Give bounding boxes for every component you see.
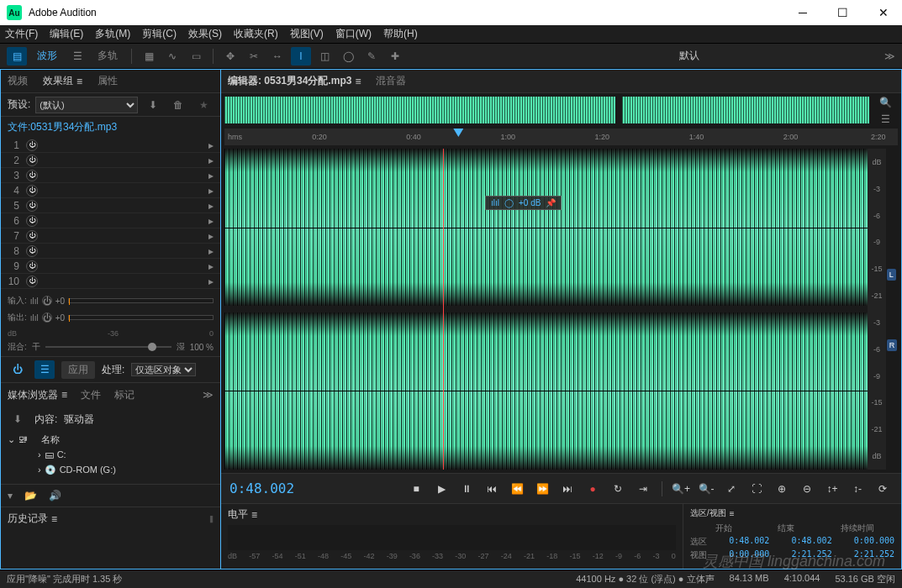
tab-history[interactable]: 历史记录 ≡ (8, 512, 57, 526)
workspace-dropdown[interactable]: 默认 (679, 49, 699, 63)
rack-slot-7[interactable]: 7⏻▸ (1, 228, 220, 244)
chevron-right-icon[interactable]: ▸ (208, 245, 214, 257)
brush-tool-icon[interactable]: ✎ (361, 47, 382, 66)
zoom-out-h-icon[interactable]: 🔍- (696, 479, 716, 499)
zoom-tool-icon[interactable]: 🔍 (879, 97, 892, 108)
menu-edit[interactable]: 编辑(E) (50, 27, 83, 41)
rack-slot-9[interactable]: 9⏻▸ (1, 259, 220, 274)
panel-overflow-icon[interactable]: ≫ (203, 389, 214, 401)
menu-window[interactable]: 窗口(W) (335, 27, 372, 41)
rewind-button[interactable]: ⏪ (507, 479, 527, 499)
content-value[interactable]: 驱动器 (64, 412, 94, 427)
waveform-display[interactable]: ılıl ◯ +0 dB 📌 (224, 149, 868, 470)
drive-c[interactable]: ›🖴C: (8, 447, 214, 462)
goto-end-button[interactable]: ⏭ (557, 479, 578, 499)
tab-files[interactable]: 文件 (81, 388, 101, 402)
rack-slot-10[interactable]: 10⏻▸ (1, 274, 220, 289)
delete-preset-icon[interactable]: 🗑 (168, 96, 188, 114)
tab-video[interactable]: 视频 (8, 74, 28, 88)
menu-effects[interactable]: 效果(S) (188, 27, 222, 41)
tab-levels[interactable]: 电平 ≡ (228, 507, 676, 522)
rack-slot-5[interactable]: 5⏻▸ (1, 198, 220, 213)
tab-effects-rack[interactable]: 效果组 ≡ (43, 74, 82, 88)
rack-slot-6[interactable]: 6⏻▸ (1, 213, 220, 228)
power-icon[interactable]: ⏻ (26, 230, 38, 242)
tab-properties[interactable]: 属性 (98, 74, 118, 88)
rack-slot-3[interactable]: 3⏻▸ (1, 168, 220, 183)
menu-help[interactable]: 帮助(H) (383, 27, 418, 41)
hud-pin-icon[interactable]: 📌 (546, 198, 556, 207)
preview-audio-icon[interactable]: 🔊 (49, 490, 61, 501)
skip-selection-button[interactable]: ⇥ (633, 479, 653, 499)
chevron-right-icon[interactable]: ▸ (208, 170, 214, 181)
timecode-display[interactable]: 0:48.002 (229, 480, 294, 496)
zoom-in-point-icon[interactable]: ⊕ (772, 479, 792, 499)
tab-markers[interactable]: 标记 (114, 388, 135, 402)
slip-tool-icon[interactable]: ↔ (267, 47, 287, 66)
apply-button[interactable]: 应用 (61, 361, 95, 379)
lasso-tool-icon[interactable]: ◯ (338, 47, 358, 66)
view-end[interactable]: 2:21.252 (778, 549, 831, 561)
power-icon[interactable]: ⏻ (26, 245, 38, 257)
chevron-right-icon[interactable]: ▸ (208, 139, 214, 151)
record-button[interactable]: ● (583, 479, 603, 499)
tab-mixer[interactable]: 混音器 (376, 74, 406, 88)
preview-icon[interactable]: ▭ (186, 47, 206, 66)
process-scope-dropdown[interactable]: 仅选区对象 (131, 363, 196, 376)
power-icon[interactable]: ⏻ (26, 276, 38, 287)
power-icon[interactable]: ⏻ (26, 215, 38, 227)
rack-slot-1[interactable]: 1⏻▸ (1, 138, 220, 153)
multitrack-view-button[interactable]: 多轨 (91, 49, 124, 63)
power-icon[interactable]: ⏻ (26, 139, 38, 151)
marquee-tool-icon[interactable]: ◫ (314, 47, 335, 66)
import-icon[interactable]: ⬇ (8, 410, 28, 428)
waveform-view-button[interactable]: 波形 (30, 49, 64, 63)
selection-start[interactable]: 0:48.002 (715, 536, 769, 548)
goto-start-button[interactable]: ⏮ (482, 479, 502, 499)
zoom-selection-icon[interactable]: ⛶ (746, 479, 767, 499)
maximize-button[interactable]: ☐ (831, 6, 855, 19)
spectral-pitch-icon[interactable]: ∿ (162, 47, 182, 66)
power-icon[interactable]: ⏻ (26, 260, 38, 272)
preset-dropdown[interactable]: (默认) (35, 97, 138, 113)
panel-menu-icon[interactable]: ≡ (76, 76, 82, 87)
history-collapse-icon[interactable]: ⦀ (209, 513, 214, 525)
selection-end[interactable]: 0:48.002 (778, 536, 831, 548)
power-icon[interactable]: ⏻ (26, 200, 38, 212)
forward-button[interactable]: ⏩ (532, 479, 552, 499)
chevron-right-icon[interactable]: ▸ (208, 155, 214, 166)
save-preset-icon[interactable]: ⬇ (143, 96, 163, 114)
waveform-overview[interactable] (224, 97, 869, 123)
filter-icon[interactable]: ▾ (8, 490, 13, 501)
mix-slider[interactable] (45, 346, 171, 348)
tab-media-browser[interactable]: 媒体浏览器 ≡ (8, 388, 67, 402)
multitrack-view-icon[interactable]: ☰ (67, 47, 87, 66)
rack-slot-8[interactable]: 8⏻▸ (1, 244, 220, 259)
chevron-right-icon[interactable]: ▸ (208, 215, 214, 227)
playhead-icon[interactable] (453, 129, 463, 137)
close-button[interactable]: ✕ (872, 6, 895, 19)
chevron-right-icon[interactable]: ▸ (208, 260, 214, 272)
tree-toggle-icon[interactable]: ⌄ (8, 434, 15, 445)
workspace-overflow-icon[interactable]: ≫ (884, 50, 895, 62)
zoom-full-icon[interactable]: ⤢ (721, 479, 741, 499)
input-gain-value[interactable]: +0 (55, 297, 65, 306)
menu-file[interactable]: 文件(F) (5, 27, 38, 41)
name-column-header[interactable]: 名称 (41, 433, 60, 446)
menu-view[interactable]: 视图(V) (290, 27, 324, 41)
zoom-out-point-icon[interactable]: ⊖ (797, 479, 817, 499)
rack-slot-2[interactable]: 2⏻▸ (1, 153, 220, 168)
menu-multitrack[interactable]: 多轨(M) (95, 27, 130, 41)
list-view-icon[interactable]: ☰ (34, 360, 55, 379)
favorite-icon[interactable]: ★ (193, 96, 214, 114)
hud-gain-value[interactable]: +0 dB (519, 198, 541, 207)
chevron-right-icon[interactable]: ▸ (208, 185, 214, 197)
menu-favorites[interactable]: 收藏夹(R) (234, 27, 278, 41)
view-start[interactable]: 0:00.000 (715, 549, 769, 561)
power-icon[interactable]: ⏻ (26, 155, 38, 166)
open-folder-icon[interactable]: 📂 (24, 490, 37, 501)
zoom-in-h-icon[interactable]: 🔍+ (671, 479, 691, 499)
play-button[interactable]: ▶ (431, 479, 451, 499)
zoom-reset-v-icon[interactable]: ⟳ (873, 479, 893, 499)
power-icon[interactable]: ⏻ (26, 170, 38, 181)
